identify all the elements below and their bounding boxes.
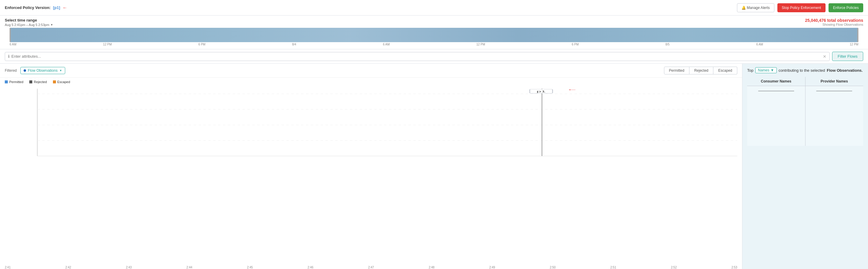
x-label-3: 2:44 xyxy=(186,266,192,269)
timeline-label-1: 12 PM xyxy=(103,43,112,46)
search-input[interactable] xyxy=(11,54,821,59)
permitted-legend-label: Permitted xyxy=(9,80,23,84)
filter-flows-button[interactable]: Filter Flows xyxy=(832,52,863,61)
total-observations: 25,040,476 total observations xyxy=(805,18,863,23)
chart-svg: p1 ← xyxy=(5,86,737,164)
flow-observations-badge[interactable]: Flow Observations ▼ xyxy=(20,67,65,74)
x-label-4: 2:45 xyxy=(247,266,253,269)
timeline-label-7: 8/5 xyxy=(665,43,670,46)
flow-obs-bold: Flow Observations. xyxy=(827,68,863,73)
names-dropdown[interactable]: Names ▼ xyxy=(755,67,777,73)
showing-label: Showing Flow Observations xyxy=(805,23,863,26)
filter-tabs: Permitted Rejected Escaped xyxy=(664,67,737,74)
permitted-tab[interactable]: Permitted xyxy=(664,67,689,74)
legend-rejected: Rejected xyxy=(29,80,46,84)
top-label: Top xyxy=(747,68,753,73)
names-chevron-icon: ▼ xyxy=(771,68,774,72)
escaped-legend-icon xyxy=(53,80,56,83)
flow-dot-icon xyxy=(24,69,26,72)
enforced-version-link[interactable]: [p1] xyxy=(53,5,60,10)
top-bar-left: Enforced Policy Version: [p1] ← xyxy=(5,5,67,10)
x-label-8: 2:49 xyxy=(489,266,495,269)
provider-underline xyxy=(816,91,852,91)
x-label-7: 2:48 xyxy=(429,266,434,269)
x-label-10: 2:51 xyxy=(611,266,616,269)
manage-alerts-button[interactable]: 🔔 Manage Alerts xyxy=(737,3,774,12)
top-bar-right: 🔔 Manage Alerts Stop Policy Enforcement … xyxy=(737,3,864,12)
time-range-title: Select time range xyxy=(5,18,53,23)
timeline-label-2: 6 PM xyxy=(198,43,205,46)
rejected-legend-label: Rejected xyxy=(34,80,46,84)
rejected-legend-icon xyxy=(29,80,32,83)
timeline-left-handle[interactable] xyxy=(9,28,11,42)
consumer-names-header: Consumer Names xyxy=(747,77,805,86)
timeline-label-9: 12 PM xyxy=(850,43,859,46)
x-label-5: 2:46 xyxy=(308,266,313,269)
chart-x-labels: 2:41 2:42 2:43 2:44 2:45 2:46 2:47 2:48 … xyxy=(0,265,742,269)
timeline-label-4: 6 AM xyxy=(383,43,390,46)
legend-escaped: Escaped xyxy=(53,80,70,84)
x-label-1: 2:42 xyxy=(65,266,71,269)
time-range-left: Select time range Aug 5 2:41pm – Aug 5 2… xyxy=(5,18,53,27)
timeline-label-0: 6 AM xyxy=(9,43,17,46)
timeline-bar[interactable] xyxy=(9,28,859,42)
time-range-right: 25,040,476 total observations Showing Fl… xyxy=(805,18,863,26)
chart-section: Filtered Flow Observations ▼ Permitted R… xyxy=(0,64,742,269)
chart-area: p1 ← xyxy=(0,86,742,265)
rejected-tab[interactable]: Rejected xyxy=(689,67,713,74)
provider-names-header: Provider Names xyxy=(805,77,864,86)
top-bar: Enforced Policy Version: [p1] ← 🔔 Manage… xyxy=(0,0,868,15)
time-range-section: Select time range Aug 5 2:41pm – Aug 5 2… xyxy=(0,15,868,49)
x-label-6: 2:47 xyxy=(368,266,374,269)
top-names-header: Top Names ▼ contributing to the selected… xyxy=(747,67,863,73)
chevron-down-icon: ▼ xyxy=(51,23,53,26)
names-columns: Consumer Names Provider Names xyxy=(747,77,863,146)
escaped-legend-label: Escaped xyxy=(57,80,70,84)
timeline-bar-fill xyxy=(9,28,859,42)
enforced-policy-label: Enforced Policy Version: xyxy=(5,5,51,10)
timeline-container[interactable]: 6 AM 12 PM 6 PM 8/4 6 AM 12 PM 6 PM 8/5 … xyxy=(5,27,863,48)
names-dropdown-label: Names xyxy=(758,68,769,72)
timeline-label-5: 12 PM xyxy=(476,43,485,46)
x-label-11: 2:52 xyxy=(671,266,677,269)
time-range-value: Aug 5 2:41pm – Aug 5 2:53pm xyxy=(5,23,49,27)
contributing-label: contributing to the selected xyxy=(779,68,825,73)
search-input-wrap[interactable]: ℹ ✕ xyxy=(5,52,830,61)
permitted-legend-icon xyxy=(5,80,8,83)
timeline-label-3: 8/4 xyxy=(292,43,296,46)
timeline-label-8: 6 AM xyxy=(756,43,763,46)
x-label-0: 2:41 xyxy=(5,266,10,269)
consumer-names-body xyxy=(747,86,805,146)
badge-chevron-icon: ▼ xyxy=(59,69,62,72)
consumer-underline xyxy=(758,91,794,91)
legend-row: Permitted Rejected Escaped xyxy=(0,78,742,86)
svg-text:←: ← xyxy=(566,87,578,92)
x-label-12: 2:53 xyxy=(731,266,737,269)
timeline-labels: 6 AM 12 PM 6 PM 8/4 6 AM 12 PM 6 PM 8/5 … xyxy=(9,42,859,46)
enforce-policies-button[interactable]: Enforce Policies xyxy=(829,3,863,12)
time-range-subtitle[interactable]: Aug 5 2:41pm – Aug 5 2:53pm ▼ xyxy=(5,23,53,27)
right-panel: Top Names ▼ contributing to the selected… xyxy=(742,64,868,269)
timeline-right-handle[interactable] xyxy=(857,28,859,42)
escaped-tab[interactable]: Escaped xyxy=(713,67,737,74)
flow-obs-badge-label: Flow Observations xyxy=(28,68,57,73)
x-label-2: 2:43 xyxy=(126,266,132,269)
stop-enforcement-button[interactable]: Stop Policy Enforcement xyxy=(777,3,826,12)
timeline-label-6: 6 PM xyxy=(572,43,579,46)
filter-label: Filtered xyxy=(5,68,17,73)
search-bar: ℹ ✕ Filter Flows xyxy=(0,49,868,64)
svg-text:p1: p1 xyxy=(536,90,546,93)
filter-row: Filtered Flow Observations ▼ Permitted R… xyxy=(0,64,742,78)
clear-icon[interactable]: ✕ xyxy=(823,54,827,59)
consumer-names-col: Consumer Names xyxy=(747,77,805,146)
arrow-left-icon: ← xyxy=(63,5,67,10)
x-label-9: 2:50 xyxy=(550,266,555,269)
info-icon: ℹ xyxy=(8,54,9,59)
main-content: Filtered Flow Observations ▼ Permitted R… xyxy=(0,64,868,269)
provider-names-col: Provider Names xyxy=(805,77,864,146)
legend-permitted: Permitted xyxy=(5,80,23,84)
time-range-header: Select time range Aug 5 2:41pm – Aug 5 2… xyxy=(5,18,863,27)
provider-names-body xyxy=(805,86,864,146)
